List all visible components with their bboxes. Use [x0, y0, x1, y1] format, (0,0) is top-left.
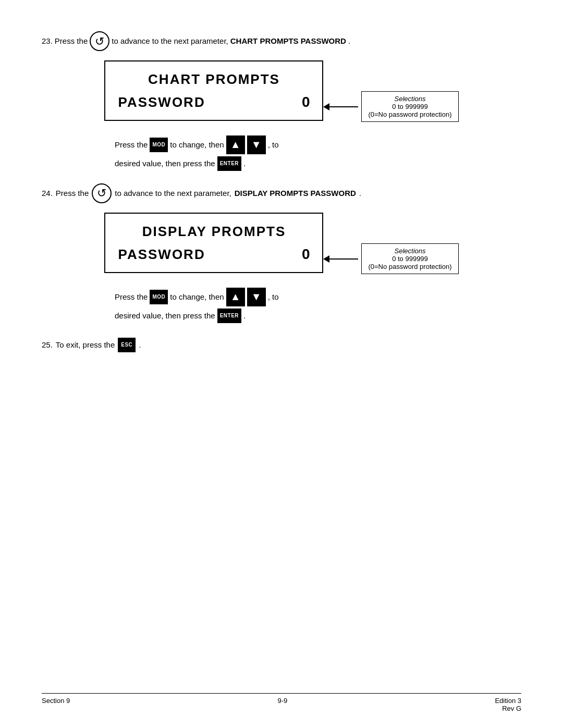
chart-title-line1: CHART PROMPTS	[118, 71, 310, 89]
step-25-line: 25. To exit, press the ESC .	[42, 338, 521, 352]
chart-param-label: PASSWORD	[118, 94, 205, 110]
chart-display-box: CHART PROMPTS PASSWORD 0	[104, 60, 323, 121]
step-24-prefix: 24.	[42, 189, 53, 198]
display-press-text3: , to	[268, 292, 279, 301]
chart-sel-range: 0 to 999999	[368, 103, 451, 110]
up-arrow-key-1[interactable]: ▲	[226, 135, 245, 154]
chart-param-row: PASSWORD 0	[118, 94, 310, 110]
footer-center: 9-9	[277, 697, 287, 712]
chart-press-line2-text2: .	[243, 159, 246, 168]
page: 23. Press the ↺ to advance to the next p…	[0, 0, 563, 728]
chart-press-text2: to change, then	[170, 140, 224, 149]
step-24-text1: Press the	[56, 189, 89, 198]
display-param-value: 0	[302, 246, 310, 263]
display-press-section: Press the MOD to change, then ▲ ▼ , to d…	[115, 288, 521, 323]
display-title-line1: DISPLAY PROMPTS	[118, 223, 310, 241]
display-press-line1: Press the MOD to change, then ▲ ▼ , to	[115, 288, 521, 306]
display-press-line2-text1: desired value, then press the	[115, 311, 215, 320]
mod-key-1[interactable]: MOD	[150, 138, 168, 152]
cycle-icon-23[interactable]: ↺	[90, 31, 109, 51]
display-param-label: PASSWORD	[118, 246, 205, 263]
down-arrow-key-1[interactable]: ▼	[247, 135, 266, 154]
display-press-text1: Press the	[115, 292, 148, 301]
step-24-text3: .	[359, 189, 361, 198]
display-press-line2-text2: .	[243, 311, 246, 320]
chart-press-instructions: Press the MOD to change, then ▲ ▼ , to d…	[73, 135, 521, 171]
chart-press-text3: , to	[268, 140, 279, 149]
step-24-bold: DISPLAY PROMPTS PASSWORD	[235, 189, 356, 198]
step-23-text2: to advance to the next parameter,	[112, 35, 228, 47]
chart-sel-note: (0=No password protection)	[368, 110, 451, 118]
esc-key[interactable]: ESC	[118, 338, 136, 352]
chart-press-text1: Press the	[115, 140, 148, 149]
display-param-row: PASSWORD 0	[118, 246, 310, 263]
chart-press-line2: desired value, then press the ENTER .	[115, 156, 521, 171]
step-24-text2: to advance to the next parameter,	[115, 189, 231, 198]
cycle-icon-24[interactable]: ↺	[92, 183, 112, 203]
step-23-prefix: 23.	[42, 35, 53, 47]
mod-key-2[interactable]: MOD	[150, 290, 168, 304]
step-23-text3: .	[348, 35, 350, 47]
arrow-left-23	[323, 103, 329, 110]
step-25-prefix: 25.	[42, 340, 53, 349]
step-25-text1: To exit, press the	[56, 340, 115, 349]
chart-press-line2-text1: desired value, then press the	[115, 159, 215, 168]
h-line-24	[329, 258, 358, 260]
display-sel-title: Selections	[368, 247, 451, 255]
enter-key-1[interactable]: ENTER	[217, 156, 241, 171]
display-press-instructions: Press the MOD to change, then ▲ ▼ , to d…	[73, 288, 521, 323]
chart-param-section: CHART PROMPTS PASSWORD 0 Selections 0	[42, 60, 521, 130]
display-param-section: DISPLAY PROMPTS PASSWORD 0 Selections 0 …	[42, 213, 521, 282]
footer-right: Edition 3 Rev G	[495, 697, 521, 712]
footer-rev: Rev G	[495, 705, 521, 712]
step-23-line: 23. Press the ↺ to advance to the next p…	[42, 31, 521, 51]
display-selections-box: Selections 0 to 999999 (0=No password pr…	[361, 243, 458, 274]
chart-press-section: Press the MOD to change, then ▲ ▼ , to d…	[115, 135, 521, 171]
display-sel-note: (0=No password protection)	[368, 263, 451, 270]
step-25-text2: .	[139, 340, 141, 349]
display-sel-range: 0 to 999999	[368, 255, 451, 263]
step-23-bold: CHART PROMPTS PASSWORD	[230, 35, 346, 47]
display-section-row: DISPLAY PROMPTS PASSWORD 0 Selections 0 …	[73, 213, 490, 282]
step-23-text1: Press the	[55, 35, 88, 47]
display-display-box: DISPLAY PROMPTS PASSWORD 0	[104, 213, 323, 273]
down-arrow-key-2[interactable]: ▼	[247, 288, 266, 306]
chart-sel-title: Selections	[368, 95, 451, 103]
footer-edition: Edition 3	[495, 697, 521, 705]
display-press-line2: desired value, then press the ENTER .	[115, 309, 521, 323]
chart-press-line1: Press the MOD to change, then ▲ ▼ , to	[115, 135, 521, 154]
h-line-23	[329, 106, 358, 107]
up-arrow-key-2[interactable]: ▲	[226, 288, 245, 306]
footer-left: Section 9	[42, 697, 70, 712]
chart-param-value: 0	[302, 94, 310, 110]
footer: Section 9 9-9 Edition 3 Rev G	[42, 693, 521, 712]
chart-selections-box: Selections 0 to 999999 (0=No password pr…	[361, 91, 458, 122]
chart-section-row: CHART PROMPTS PASSWORD 0 Selections 0	[73, 60, 490, 130]
display-press-text2: to change, then	[170, 292, 224, 301]
step-24-line: 24. Press the ↺ to advance to the next p…	[42, 183, 521, 203]
arrow-left-24	[323, 255, 329, 263]
enter-key-2[interactable]: ENTER	[217, 309, 241, 323]
